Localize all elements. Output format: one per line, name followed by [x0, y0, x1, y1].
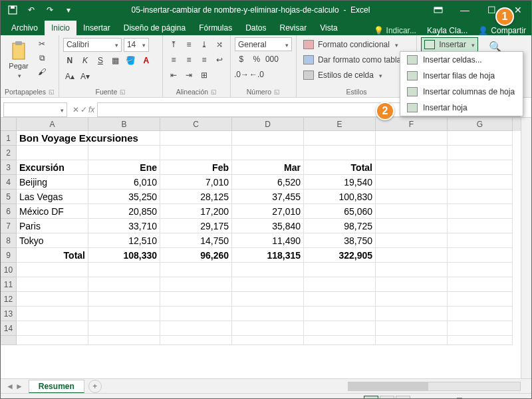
cell[interactable]: Bon Voyage Excursiones: [17, 131, 88, 146]
cell[interactable]: 19,540: [304, 175, 376, 190]
row-header[interactable]: 11: [1, 277, 17, 292]
percent-icon[interactable]: %: [250, 53, 263, 66]
comma-icon[interactable]: 000: [265, 53, 279, 66]
cell[interactable]: [448, 146, 513, 160]
cell[interactable]: [17, 263, 88, 277]
font-name-select[interactable]: Calibri: [63, 38, 122, 52]
cell[interactable]: [304, 131, 376, 146]
cell[interactable]: 37,455: [232, 190, 304, 204]
paste-button[interactable]: Pegar: [5, 37, 33, 82]
decrease-decimal-icon[interactable]: ←.0: [250, 68, 263, 81]
redo-icon[interactable]: ↷: [42, 2, 58, 18]
cell[interactable]: 65,060: [304, 204, 376, 219]
merge-icon[interactable]: ⊞: [198, 68, 211, 82]
align-left-icon[interactable]: ≡: [167, 53, 180, 66]
cell[interactable]: Beijing: [17, 175, 88, 190]
enter-formula-icon[interactable]: ✓: [80, 105, 87, 114]
dialog-launcher-icon[interactable]: ◱: [120, 88, 126, 95]
save-icon[interactable]: [5, 2, 21, 18]
cell[interactable]: [376, 190, 448, 204]
cell[interactable]: 7,010: [160, 175, 232, 190]
cell[interactable]: Mar: [232, 160, 304, 175]
cell[interactable]: [448, 190, 513, 204]
cell[interactable]: 17,200: [160, 204, 232, 219]
cut-icon[interactable]: ✂: [35, 37, 49, 51]
new-sheet-button[interactable]: +: [88, 380, 102, 393]
cell[interactable]: [376, 277, 448, 292]
cell[interactable]: Tokyo: [17, 233, 88, 248]
cell[interactable]: [448, 204, 513, 219]
cell[interactable]: Las Vegas: [17, 190, 88, 204]
cell[interactable]: [160, 277, 232, 292]
cell[interactable]: [160, 146, 232, 160]
zoom-out-icon[interactable]: −: [417, 397, 421, 400]
cell[interactable]: [376, 292, 448, 307]
cell[interactable]: [88, 292, 160, 307]
cell[interactable]: [17, 307, 88, 321]
tab-diseno[interactable]: Diseño de página: [117, 21, 192, 35]
cell[interactable]: [304, 292, 376, 307]
format-painter-icon[interactable]: 🖌: [35, 65, 49, 78]
view-page-break-icon[interactable]: [396, 396, 410, 400]
row-header[interactable]: [1, 336, 17, 345]
dialog-launcher-icon[interactable]: ◱: [274, 88, 280, 95]
col-header[interactable]: B: [88, 118, 160, 131]
row-header[interactable]: 7: [1, 219, 17, 233]
cell[interactable]: [232, 336, 304, 345]
bold-button[interactable]: N: [63, 54, 76, 67]
italic-button[interactable]: K: [78, 54, 92, 67]
row-header[interactable]: 13: [1, 307, 17, 321]
zoom-control[interactable]: − + 100 %: [417, 397, 525, 400]
cell[interactable]: [88, 321, 160, 336]
cell[interactable]: [232, 277, 304, 292]
tab-archivo[interactable]: Archivo: [5, 21, 45, 35]
align-top-icon[interactable]: ⤒: [167, 38, 180, 51]
row-header[interactable]: 4: [1, 175, 17, 190]
col-header[interactable]: G: [448, 118, 513, 131]
cell[interactable]: [376, 307, 448, 321]
col-header[interactable]: A: [17, 118, 88, 131]
cell[interactable]: [160, 321, 232, 336]
col-header[interactable]: C: [160, 118, 232, 131]
cell[interactable]: 108,330: [88, 248, 160, 263]
minimize-icon[interactable]: —: [452, 1, 478, 19]
tell-me-search[interactable]: 💡 Indicar...: [368, 26, 422, 35]
cell[interactable]: [376, 131, 448, 146]
cell[interactable]: Total: [17, 248, 88, 263]
cell[interactable]: [376, 204, 448, 219]
cell[interactable]: 14,750: [160, 233, 232, 248]
row-header[interactable]: 2: [1, 146, 17, 160]
align-right-icon[interactable]: ≡: [198, 53, 211, 66]
cell[interactable]: Total: [304, 160, 376, 175]
cell[interactable]: 29,175: [160, 219, 232, 233]
row-header[interactable]: 9: [1, 248, 17, 263]
cell[interactable]: [17, 321, 88, 336]
view-normal-icon[interactable]: [364, 396, 378, 400]
cell[interactable]: 118,315: [232, 248, 304, 263]
cancel-formula-icon[interactable]: ✕: [72, 105, 79, 114]
cell[interactable]: [160, 336, 232, 345]
row-header[interactable]: 1: [1, 131, 17, 146]
cell[interactable]: [376, 248, 448, 263]
cell[interactable]: [17, 336, 88, 345]
cell[interactable]: [448, 160, 513, 175]
cell[interactable]: [448, 131, 513, 146]
name-box[interactable]: [3, 102, 67, 117]
select-all-corner[interactable]: [1, 118, 17, 131]
cell[interactable]: [376, 233, 448, 248]
cell[interactable]: Ene: [88, 160, 160, 175]
accounting-icon[interactable]: $: [235, 53, 248, 66]
tab-datos[interactable]: Datos: [239, 21, 273, 35]
cell[interactable]: [232, 307, 304, 321]
zoom-in-icon[interactable]: +: [495, 397, 499, 400]
cell[interactable]: [448, 292, 513, 307]
dialog-launcher-icon[interactable]: ◱: [49, 88, 55, 95]
cell[interactable]: [376, 263, 448, 277]
copy-icon[interactable]: ⧉: [35, 51, 49, 65]
col-header[interactable]: E: [304, 118, 376, 131]
cell[interactable]: [448, 336, 513, 345]
cell[interactable]: [232, 263, 304, 277]
cell[interactable]: [304, 307, 376, 321]
row-header[interactable]: 3: [1, 160, 17, 175]
ribbon-options-icon[interactable]: [425, 1, 452, 19]
